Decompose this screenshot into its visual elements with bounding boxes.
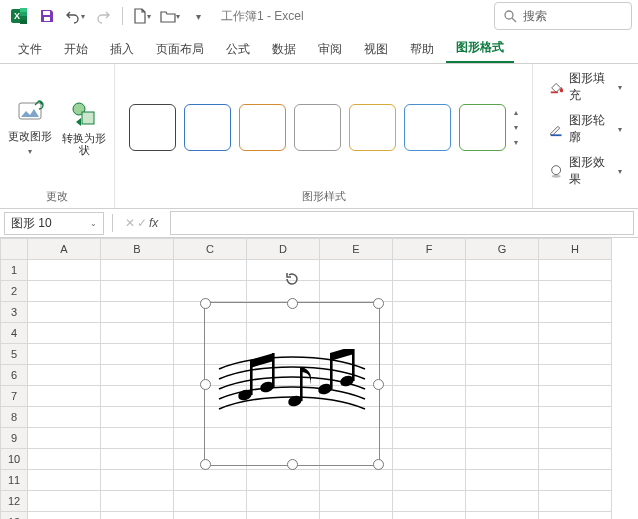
cell[interactable] (101, 407, 174, 428)
row-header[interactable]: 13 (1, 512, 28, 520)
cell[interactable] (28, 344, 101, 365)
convert-to-shape-button[interactable]: 转换为形状 (60, 94, 108, 162)
save-icon[interactable] (34, 3, 60, 29)
excel-app-icon[interactable]: X (6, 3, 32, 29)
cell[interactable] (393, 428, 466, 449)
row-header[interactable]: 10 (1, 449, 28, 470)
cell[interactable] (466, 512, 539, 520)
column-header[interactable]: H (539, 239, 612, 260)
change-graphic-button[interactable]: 更改图形 ▾ (6, 94, 54, 162)
cell[interactable] (101, 428, 174, 449)
cell[interactable] (101, 470, 174, 491)
cell[interactable] (320, 302, 393, 323)
cell[interactable] (320, 491, 393, 512)
tab-插入[interactable]: 插入 (100, 35, 144, 63)
shape-style-preset[interactable] (349, 104, 396, 151)
select-all-corner[interactable] (1, 239, 28, 260)
cell[interactable] (174, 428, 247, 449)
shape-outline-button[interactable]: 图形轮廓▾ (545, 110, 626, 148)
shape-style-preset[interactable] (459, 104, 506, 151)
undo-icon[interactable]: ▾ (62, 3, 88, 29)
cell[interactable] (393, 260, 466, 281)
tab-数据[interactable]: 数据 (262, 35, 306, 63)
cell[interactable] (466, 281, 539, 302)
cell[interactable] (393, 281, 466, 302)
tab-开始[interactable]: 开始 (54, 35, 98, 63)
row-header[interactable]: 1 (1, 260, 28, 281)
row-header[interactable]: 3 (1, 302, 28, 323)
cell[interactable] (174, 512, 247, 520)
shape-fill-button[interactable]: 图形填充▾ (545, 68, 626, 106)
cell[interactable] (466, 344, 539, 365)
cell[interactable] (247, 470, 320, 491)
cell[interactable] (174, 281, 247, 302)
new-file-icon[interactable]: ▾ (129, 3, 155, 29)
cell[interactable] (393, 491, 466, 512)
cell[interactable] (466, 365, 539, 386)
cell[interactable] (466, 491, 539, 512)
cell[interactable] (101, 449, 174, 470)
cell[interactable] (393, 323, 466, 344)
cell[interactable] (28, 470, 101, 491)
cell[interactable] (539, 323, 612, 344)
cell[interactable] (174, 491, 247, 512)
row-header[interactable]: 12 (1, 491, 28, 512)
cell[interactable] (174, 470, 247, 491)
cell[interactable] (247, 491, 320, 512)
cell[interactable] (393, 386, 466, 407)
cell[interactable] (101, 281, 174, 302)
cell[interactable] (320, 281, 393, 302)
row-header[interactable]: 9 (1, 428, 28, 449)
formula-input[interactable] (170, 211, 634, 235)
shape-style-preset[interactable] (239, 104, 286, 151)
cell[interactable] (174, 260, 247, 281)
row-header[interactable]: 2 (1, 281, 28, 302)
row-header[interactable]: 7 (1, 386, 28, 407)
cell[interactable] (28, 449, 101, 470)
cancel-icon[interactable]: ✕ (125, 216, 135, 230)
cell[interactable] (247, 449, 320, 470)
cell[interactable] (539, 407, 612, 428)
cell[interactable] (101, 512, 174, 520)
column-header[interactable]: G (466, 239, 539, 260)
shape-effects-button[interactable]: 图形效果▾ (545, 152, 626, 190)
cell[interactable] (466, 386, 539, 407)
cell[interactable] (247, 302, 320, 323)
cell[interactable] (247, 260, 320, 281)
cell[interactable] (539, 428, 612, 449)
column-header[interactable]: D (247, 239, 320, 260)
column-header[interactable]: C (174, 239, 247, 260)
column-header[interactable]: F (393, 239, 466, 260)
style-gallery-more[interactable]: ▴▾▾ (514, 108, 518, 147)
row-header[interactable]: 4 (1, 323, 28, 344)
cell[interactable] (539, 302, 612, 323)
cell[interactable] (466, 428, 539, 449)
cell[interactable] (320, 449, 393, 470)
tab-公式[interactable]: 公式 (216, 35, 260, 63)
tab-文件[interactable]: 文件 (8, 35, 52, 63)
cell[interactable] (320, 428, 393, 449)
column-header[interactable]: E (320, 239, 393, 260)
cell[interactable] (247, 428, 320, 449)
shape-style-preset[interactable] (294, 104, 341, 151)
qat-overflow-icon[interactable]: ▾ (185, 3, 211, 29)
tab-视图[interactable]: 视图 (354, 35, 398, 63)
music-notes-graphic[interactable] (217, 349, 367, 429)
cell[interactable] (539, 491, 612, 512)
cell[interactable] (539, 512, 612, 520)
cell[interactable] (539, 449, 612, 470)
cell[interactable] (393, 344, 466, 365)
shape-style-preset[interactable] (129, 104, 176, 151)
cell[interactable] (28, 491, 101, 512)
fx-icon[interactable]: fx (149, 216, 158, 230)
shape-style-preset[interactable] (184, 104, 231, 151)
cell[interactable] (101, 323, 174, 344)
cell[interactable] (466, 323, 539, 344)
tab-审阅[interactable]: 审阅 (308, 35, 352, 63)
cell[interactable] (174, 302, 247, 323)
open-folder-icon[interactable]: ▾ (157, 3, 183, 29)
search-box[interactable]: 搜索 (494, 2, 632, 30)
cell[interactable] (247, 512, 320, 520)
cell[interactable] (539, 386, 612, 407)
cell[interactable] (101, 365, 174, 386)
